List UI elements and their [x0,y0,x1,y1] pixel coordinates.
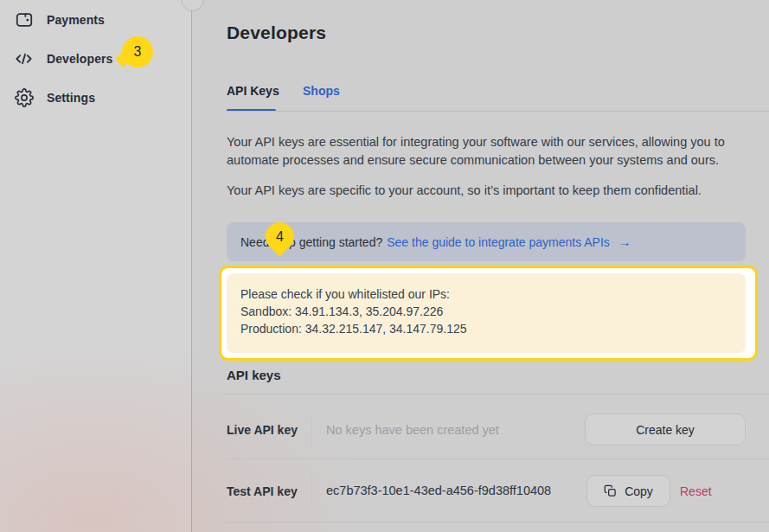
sidebar-item-label: Developers [47,52,112,66]
sidebar-item-label: Settings [47,91,95,105]
arrow-right-icon: → [618,234,631,249]
test-api-key-label: Test API key [227,484,298,498]
copy-icon [604,484,617,497]
reset-key-link[interactable]: Reset [680,484,712,498]
badge-number: 3 [134,44,142,60]
ip-notice-line: Sandbox: 34.91.134.3, 35.204.97.226 [240,303,732,320]
api-keys-heading: API keys [227,368,281,382]
sidebar-item-label: Payments [47,13,105,27]
create-key-button-label: Create key [636,423,695,437]
sidebar-item-developers[interactable]: Developers [0,46,191,72]
getting-started-banner: Need help getting started? See the guide… [227,222,746,261]
ip-notice-line: Please check if you whitelisted our IPs: [240,285,732,303]
tour-step-badge-3: 3 [122,36,153,67]
ip-notice-line: Production: 34.32.215.147, 34.147.79.125 [240,320,732,337]
sidebar [0,0,191,532]
tour-step-badge-4: 4 [266,222,294,251]
sidebar-item-settings[interactable]: Settings [0,85,191,111]
wallet-icon [14,10,34,30]
gear-icon [14,88,34,108]
ip-notice: Please check if you whitelisted our IPs:… [227,273,746,353]
tab-api-keys[interactable]: API Keys [227,84,279,98]
sidebar-divider [191,0,192,532]
badge-number: 4 [276,229,284,245]
page-title: Developers [227,22,326,43]
intro-paragraph: Your API keys are essential for integrat… [227,133,733,169]
test-api-key-value: ec7b73f3-10e1-43ed-a456-f9d38ff10408 [326,484,551,497]
create-key-button[interactable]: Create key [585,413,746,445]
tabs-divider [227,111,769,112]
copy-key-button[interactable]: Copy [586,475,670,507]
row-separator [311,475,312,506]
banner-text: Need help getting started? [240,235,382,249]
app-window: Payments Developers Settings 3 4 Develop… [0,0,769,532]
row-divider [227,394,769,394]
sidebar-item-payments[interactable]: Payments [0,7,191,33]
row-separator [311,414,312,445]
guide-link[interactable]: See the guide to integrate payments APIs [387,235,610,249]
code-icon [14,49,34,69]
live-api-key-value: No keys have been created yet [326,423,499,437]
row-divider [227,522,769,522]
row-divider [227,458,769,459]
ip-highlight-box: Please check if you whitelisted our IPs:… [219,266,758,361]
live-api-key-label: Live API key [227,423,298,437]
copy-button-label: Copy [625,484,653,498]
tab-shops[interactable]: Shops [303,84,340,98]
intro-paragraph: Your API keys are specific to your accou… [227,182,733,200]
